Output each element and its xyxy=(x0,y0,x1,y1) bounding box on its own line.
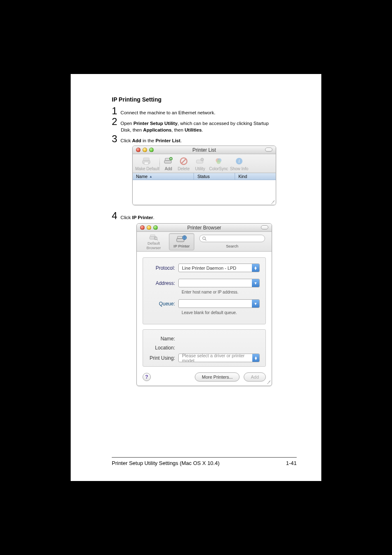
step-2-cont: Disk, then Applications, then Utilities. xyxy=(121,127,297,133)
location-label: Location: xyxy=(149,345,178,351)
svg-rect-0 xyxy=(143,158,149,160)
label: Show Info xyxy=(229,166,249,171)
utility-button[interactable]: Utility xyxy=(192,156,208,171)
label: ColorSync xyxy=(209,166,228,171)
label: IP Printer xyxy=(173,244,189,248)
toolbar-toggle-icon[interactable] xyxy=(261,225,268,229)
svg-line-9 xyxy=(181,159,186,164)
t: Printer Setup Utility xyxy=(134,121,178,126)
tab-default-browser[interactable]: Default Browser xyxy=(141,233,166,250)
column-name[interactable]: Name ▲ xyxy=(133,173,194,180)
dropdown-icon: ▼ xyxy=(252,300,259,308)
step-text: Open Printer Setup Utility, which can be… xyxy=(120,118,269,127)
search-input[interactable] xyxy=(199,235,265,242)
queue-input[interactable]: ▼ xyxy=(178,299,260,308)
label: Make Default xyxy=(135,166,157,171)
address-input[interactable]: ▼ xyxy=(178,279,260,287)
titlebar[interactable]: Printer List xyxy=(133,146,276,154)
window-title: Printer Browser xyxy=(137,225,272,231)
delete-button[interactable]: Delete xyxy=(176,156,191,171)
more-printers-button[interactable]: More Printers... xyxy=(195,372,240,382)
step-4: 4 Click IP Printer. xyxy=(112,211,297,221)
t: Click xyxy=(120,138,132,143)
address-label: Address: xyxy=(149,280,178,286)
step-2: 2 Open Printer Setup Utility, which can … xyxy=(112,117,297,127)
step-3: 3 Click Add in the Printer List. xyxy=(112,134,297,144)
t: Click xyxy=(120,215,132,220)
delete-icon xyxy=(176,156,191,166)
step-text: Click Add in the Printer List. xyxy=(120,136,182,144)
print-using-select[interactable]: Please select a driver or printer model … xyxy=(178,354,260,362)
colorsync-button[interactable]: ColorSync xyxy=(209,156,228,171)
step-number: 1 xyxy=(112,106,117,116)
tab-ip-printer[interactable]: IP Printer xyxy=(169,233,194,250)
svg-point-11 xyxy=(201,158,204,161)
svg-point-14 xyxy=(217,160,221,164)
svg-line-25 xyxy=(205,239,206,240)
t: . xyxy=(180,138,182,143)
make-default-button[interactable]: Make Default xyxy=(135,156,157,171)
add-button[interactable]: Add xyxy=(162,156,175,171)
toolbar-toggle-icon[interactable] xyxy=(265,148,272,152)
t: Add xyxy=(132,138,141,143)
t: Printer List xyxy=(155,138,180,143)
value: Line Printer Daemon - LPD xyxy=(182,266,236,271)
footer-title: Printer Setup Utility Settings (Mac OS X… xyxy=(112,460,219,466)
t: . xyxy=(202,127,203,132)
details-panel: Name: Location: Print Using: Please sele… xyxy=(143,329,266,367)
value: Please select a driver or printer model xyxy=(182,354,252,362)
help-button[interactable]: ? xyxy=(143,373,151,381)
svg-text:i: i xyxy=(238,158,240,164)
resize-grip-icon[interactable] xyxy=(270,199,275,204)
svg-point-24 xyxy=(203,237,205,240)
add-button[interactable]: Add xyxy=(244,372,266,382)
svg-rect-4 xyxy=(164,160,171,163)
page-number: 1-41 xyxy=(286,460,297,466)
titlebar[interactable]: Printer Browser xyxy=(137,224,272,232)
label: Delete xyxy=(176,166,191,171)
printer-add-icon xyxy=(162,156,175,166)
toolbar-separator xyxy=(159,157,160,171)
protocol-select[interactable]: Line Printer Daemon - LPD ▲▼ xyxy=(178,264,260,272)
resize-grip-icon[interactable] xyxy=(266,379,271,384)
section-heading: IP Printing Setting xyxy=(112,96,297,103)
step-1: 1 Connect the machine to an Ethernet net… xyxy=(112,106,297,116)
t: . xyxy=(153,215,154,220)
protocol-label: Protocol: xyxy=(149,265,178,271)
browser-toolbar: Default Browser IP Printer Search xyxy=(137,232,272,252)
window-title: Printer List xyxy=(133,147,276,153)
svg-line-20 xyxy=(157,239,157,240)
page-footer: Printer Setup Utility Settings (Mac OS X… xyxy=(112,458,297,466)
t: IP Printer xyxy=(132,215,153,220)
toolbar: Make Default Add Delete xyxy=(133,154,276,173)
svg-rect-7 xyxy=(171,158,171,159)
printer-icon xyxy=(135,156,157,166)
printer-list-body xyxy=(133,180,276,205)
print-using-label: Print Using: xyxy=(149,355,178,361)
step-text: Click IP Printer. xyxy=(120,213,154,221)
t: in the xyxy=(141,138,156,143)
column-kind[interactable]: Kind xyxy=(235,173,276,180)
step-number: 4 xyxy=(112,211,117,221)
label: Name xyxy=(136,174,148,179)
stepper-icon: ▲▼ xyxy=(252,264,259,272)
utility-icon xyxy=(192,156,208,166)
queue-hint: Leave blank for default queue. xyxy=(182,310,260,315)
column-header-row: Name ▲ Status Kind xyxy=(133,173,276,180)
t: Disk, then xyxy=(121,127,143,132)
printer-search-icon xyxy=(148,234,159,241)
connection-panel: Protocol: Line Printer Daemon - LPD ▲▼ A… xyxy=(143,257,266,324)
svg-rect-17 xyxy=(150,235,155,236)
dropdown-icon: ▼ xyxy=(252,279,259,287)
search-label: Search xyxy=(197,244,267,248)
column-status[interactable]: Status xyxy=(194,173,235,180)
name-label: Name: xyxy=(149,336,178,342)
queue-label: Queue: xyxy=(149,301,178,307)
t: , then xyxy=(171,127,184,132)
label: Utility xyxy=(192,166,208,171)
search-icon xyxy=(202,236,207,241)
info-icon: i xyxy=(229,156,249,166)
label: Add xyxy=(162,166,175,171)
show-info-button[interactable]: i Show Info xyxy=(229,156,249,171)
t: Utilities xyxy=(184,127,202,132)
